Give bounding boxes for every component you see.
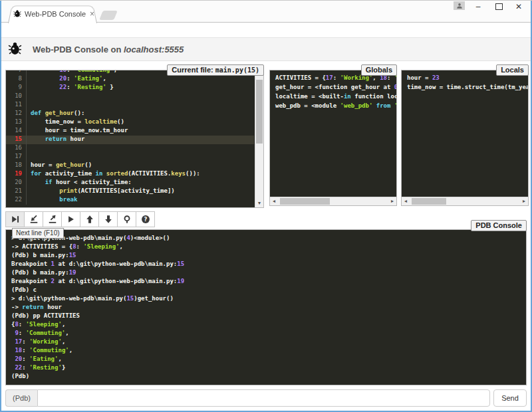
debugger-toolbar: ? — [5, 211, 155, 227]
where-button[interactable] — [117, 211, 136, 227]
page-title: Web-PDB Console on localhost:5555 — [33, 45, 184, 54]
line-number: 20 — [6, 179, 27, 187]
scroll-right-icon[interactable]: ▸ — [520, 197, 528, 205]
next-line-button[interactable] — [5, 211, 25, 227]
breakpoint-line-number: 15 — [6, 136, 27, 144]
console-line: > d:\git\python-web-pdb\main.py(4)<modul… — [6, 234, 526, 243]
line-number: 17 — [6, 153, 27, 161]
line-number: 13 — [6, 118, 27, 127]
console-line: Breakpoint 1 at d:\git\python-web-pdb\ma… — [6, 260, 526, 268]
pdb-console-panel: > d:\git\python-web-pdb\main.py(4)<modul… — [5, 229, 527, 385]
code-line: 16 — [6, 144, 254, 153]
scroll-left-icon[interactable]: ◂ — [402, 197, 410, 205]
code-line: 21 print(ACTIVITIES[activity_time]) — [6, 187, 254, 196]
line-number: 22 — [6, 196, 27, 205]
console-line: (Pdb) b main.py:19 — [6, 268, 526, 277]
svg-text:?: ? — [144, 216, 147, 223]
step-out-button[interactable] — [43, 211, 62, 227]
code-line: 18hour = get_hour() — [6, 161, 254, 170]
profile-button[interactable] — [454, 1, 465, 10]
window-border-top — [0, 0, 532, 1]
maximize-button[interactable] — [493, 0, 505, 13]
arrow-down-icon — [104, 215, 113, 224]
line-number: 8 — [6, 75, 27, 84]
console-line: (Pdb) pp ACTIVITIES — [6, 312, 526, 320]
line-number: 16 — [6, 144, 27, 153]
scroll-left-icon[interactable]: ◂ — [270, 197, 278, 205]
console-line: 17: 'Working', — [6, 338, 526, 346]
console-lines: > d:\git\python-web-pdb\main.py(4)<modul… — [6, 234, 526, 381]
next-line-icon — [11, 215, 20, 224]
locals-line: hour = 23 — [402, 74, 528, 84]
code-line: 14 hour = time_now.tm_hour — [6, 127, 254, 136]
bug-logo-icon — [8, 41, 22, 58]
line-number: 18 — [6, 161, 27, 170]
scroll-thumb[interactable] — [280, 198, 330, 205]
code-line: 8 20: 'Eating', — [6, 75, 254, 84]
new-tab-button[interactable] — [99, 11, 118, 20]
locals-panel: hour = 23time_now = time.struct_time(tm_… — [401, 70, 529, 206]
code-line: 20 if hour < activity_time: — [6, 179, 254, 187]
line-number: 7 — [6, 70, 27, 75]
code-line: 10 — [6, 92, 254, 101]
arrow-up-icon — [85, 215, 94, 224]
continue-icon — [66, 215, 76, 224]
pdb-prompt-label: (Pdb) — [5, 389, 37, 407]
scroll-down-icon[interactable]: ▾ — [255, 199, 263, 207]
minimize-button[interactable]: – — [472, 0, 484, 13]
code-vertical-scrollbar[interactable]: ▴ ▾ — [255, 70, 263, 207]
console-line: 18: 'Commuting', — [6, 346, 526, 355]
frame-down-button[interactable] — [98, 211, 118, 227]
pdb-console-badge: PDB Console — [471, 220, 527, 231]
browser-titlebar: Web-PDB Console on lo × – ✕ — [0, 0, 532, 23]
step-out-icon — [48, 215, 57, 224]
step-into-button[interactable] — [24, 211, 43, 227]
locals-horizontal-scrollbar[interactable]: ◂ ▸ — [402, 197, 528, 205]
globals-line: get_hour = <function get_hour at 0 — [270, 84, 396, 93]
browser-tab[interactable]: Web-PDB Console on lo × — [8, 4, 97, 23]
code-line: 9 22: 'Resting' } — [6, 84, 254, 92]
globals-line: localtime = <built-in function loc — [270, 93, 396, 102]
scroll-thumb[interactable] — [412, 198, 446, 205]
send-button[interactable]: Send — [493, 389, 527, 407]
scroll-right-icon[interactable]: ▸ — [388, 197, 396, 205]
tab-close-icon[interactable]: × — [90, 9, 94, 19]
command-input-row: (Pdb) Send — [5, 389, 527, 407]
frame-up-button[interactable] — [80, 211, 99, 227]
console-line: 9: 'Commuting', — [6, 329, 526, 338]
window-border-left — [0, 0, 1, 412]
line-number: 11 — [6, 101, 27, 110]
browser-toolbar: ← → ↻ i localhost:5555 ☆ ⋮ — [0, 23, 532, 37]
tab-title: Web-PDB Console on lo — [25, 10, 86, 18]
command-input[interactable] — [37, 389, 490, 407]
globals-badge: Globals — [361, 64, 397, 76]
step-into-icon — [29, 215, 39, 224]
globals-panel: ACTIVITIES = {17: 'Working', 18: 'get_ho… — [269, 70, 397, 206]
continue-button[interactable] — [61, 211, 80, 227]
console-line: -> return hour — [6, 303, 526, 312]
breakpoint-line-number: 19 — [6, 170, 27, 179]
line-number: 14 — [6, 127, 27, 136]
current-file-badge: Current file: main.py(15) — [167, 64, 264, 76]
next-line-tooltip: Next line (F10) — [12, 228, 64, 239]
console-line: {8: 'Sleeping', — [6, 320, 526, 329]
line-number: 21 — [6, 187, 27, 196]
console-line: Breakpoint 2 at d:\git\python-web-pdb\ma… — [6, 277, 526, 286]
close-button[interactable]: ✕ — [513, 0, 525, 13]
code-panel: 7 18: 'Commuting',8 20: 'Eating',9 22: '… — [5, 70, 264, 208]
console-line: (Pdb) — [6, 372, 526, 381]
page-header: Web-PDB Console on localhost:5555 — [0, 37, 532, 61]
code-lines: 7 18: 'Commuting',8 20: 'Eating',9 22: '… — [6, 70, 254, 205]
code-line: 15 return hour — [6, 136, 254, 144]
locals-badge: Locals — [496, 64, 529, 76]
code-line: 19for activity_time in sorted(ACTIVITIES… — [6, 170, 254, 179]
scroll-thumb[interactable] — [256, 80, 263, 144]
globals-horizontal-scrollbar[interactable]: ◂ ▸ — [270, 197, 396, 205]
help-button[interactable]: ? — [136, 211, 155, 227]
globals-line: web_pdb = <module 'web_pdb' from ' — [270, 102, 396, 112]
console-line: 20: 'Eating', — [6, 355, 526, 363]
globals-lines: ACTIVITIES = {17: 'Working', 18: 'get_ho… — [270, 74, 396, 112]
locals-lines: hour = 23time_now = time.struct_time(tm_… — [402, 74, 528, 93]
person-icon — [456, 0, 463, 12]
code-line: 17 — [6, 153, 254, 161]
